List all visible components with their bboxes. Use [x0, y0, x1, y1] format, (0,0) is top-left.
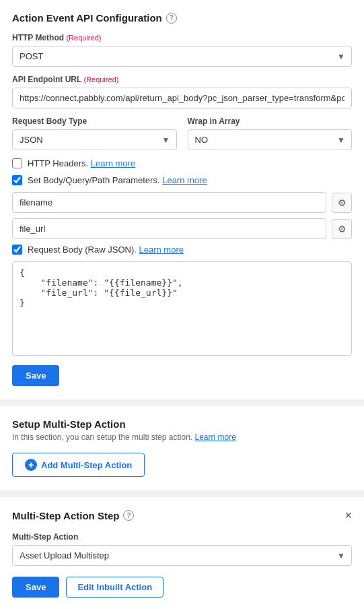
multi-step-close-button[interactable]: × — [344, 509, 352, 521]
setup-desc: In this section, you can setup the multi… — [12, 432, 352, 442]
multi-step-bottom-btns: Save Edit Inbuilt Action — [12, 577, 352, 598]
request-body-row: Request Body (Raw JSON). Learn more — [12, 245, 352, 255]
multi-step-header: Multi-Step Action Step ? × — [12, 509, 352, 521]
api-save-button[interactable]: Save — [12, 365, 59, 386]
api-config-title: Action Event API Configuration ? — [12, 12, 352, 24]
wrap-in-array-select[interactable]: NO YES — [188, 129, 353, 150]
api-endpoint-group: API Endpoint URL (Required) — [12, 75, 352, 108]
multi-step-action-select[interactable]: Asset Upload Multistep — [12, 545, 352, 566]
multi-step-action-label: Multi-Step Action — [12, 532, 352, 542]
param-input-2[interactable] — [12, 218, 326, 239]
param-row-1: ⚙ — [12, 192, 352, 213]
http-headers-row: HTTP Headers. Learn more — [12, 158, 352, 168]
multi-step-title: Multi-Step Action Step ? — [12, 510, 134, 521]
api-endpoint-label: API Endpoint URL (Required) — [12, 75, 352, 84]
multi-step-action-group: Multi-Step Action Asset Upload Multistep… — [12, 532, 352, 566]
param-input-1[interactable] — [12, 192, 326, 213]
http-headers-checkbox[interactable] — [12, 158, 22, 168]
request-body-type-select[interactable]: JSON Form Data x-www-form-urlencoded — [12, 129, 177, 150]
body-type-wrap-row: Request Body Type JSON Form Data x-www-f… — [12, 117, 352, 158]
http-method-group: HTTP Method (Required) POST GET PUT PATC… — [12, 33, 352, 67]
request-body-checkbox[interactable] — [12, 245, 22, 255]
multi-step-help-icon[interactable]: ? — [123, 510, 134, 521]
request-body-code[interactable]: { "filename": "{{filename}}", "file_url"… — [12, 261, 352, 356]
set-body-params-label: Set Body/Query/Path Parameters. Learn mo… — [28, 175, 207, 185]
request-body-type-select-wrapper: JSON Form Data x-www-form-urlencoded ▼ — [12, 129, 177, 150]
http-headers-label: HTTP Headers. Learn more — [28, 158, 135, 168]
add-multi-step-button[interactable]: + Add Multi-Step Action — [12, 453, 145, 477]
edit-inbuilt-action-button[interactable]: Edit Inbuilt Action — [66, 577, 163, 598]
http-method-select[interactable]: POST GET PUT PATCH DELETE — [12, 46, 352, 67]
multi-step-save-button[interactable]: Save — [12, 577, 59, 598]
param-gear-btn-1[interactable]: ⚙ — [332, 193, 352, 213]
setup-title: Setup Multi-Step Action — [12, 418, 352, 430]
request-body-type-label: Request Body Type — [12, 117, 177, 126]
set-body-params-row: Set Body/Query/Path Parameters. Learn mo… — [12, 175, 352, 185]
http-method-label: HTTP Method (Required) — [12, 33, 352, 42]
request-body-learn-more[interactable]: Learn more — [139, 245, 183, 255]
api-save-btn-wrapper: Save — [12, 365, 352, 386]
api-endpoint-input[interactable] — [12, 88, 352, 108]
http-headers-learn-more[interactable]: Learn more — [91, 158, 135, 168]
add-icon: + — [25, 459, 37, 471]
request-body-label: Request Body (Raw JSON). Learn more — [28, 245, 184, 255]
wrap-in-array-label: Wrap in Array — [188, 117, 353, 126]
param-row-2: ⚙ — [12, 218, 352, 239]
set-body-params-learn-more[interactable]: Learn more — [162, 175, 207, 185]
wrap-in-array-select-wrapper: NO YES ▼ — [188, 129, 353, 150]
wrap-in-array-group: Wrap in Array NO YES ▼ — [188, 117, 353, 150]
api-config-help-icon[interactable]: ? — [166, 13, 177, 24]
api-config-section: Action Event API Configuration ? HTTP Me… — [0, 0, 364, 399]
setup-multi-step-section: Setup Multi-Step Action In this section,… — [0, 406, 364, 490]
param-gear-btn-2[interactable]: ⚙ — [332, 219, 352, 239]
set-body-params-checkbox[interactable] — [12, 175, 22, 185]
multi-step-action-select-wrapper: Asset Upload Multistep ▼ — [12, 545, 352, 566]
request-body-type-group: Request Body Type JSON Form Data x-www-f… — [12, 117, 177, 150]
http-method-select-wrapper: POST GET PUT PATCH DELETE ▼ — [12, 46, 352, 67]
multi-step-action-section: Multi-Step Action Step ? × Multi-Step Ac… — [0, 497, 364, 609]
setup-learn-more[interactable]: Learn more — [195, 432, 236, 442]
